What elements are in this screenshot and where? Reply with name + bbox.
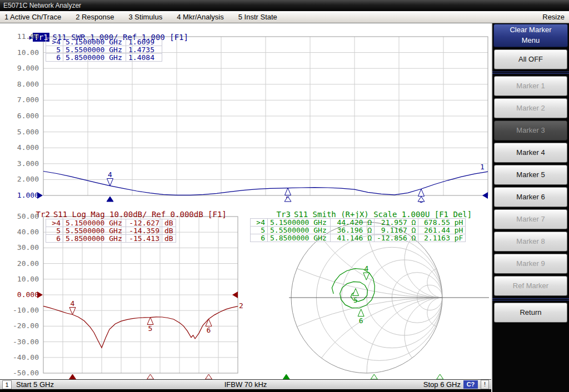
menu-bar: 1 Active Ch/Trace2 Response3 Stimulus4 M… <box>0 11 569 23</box>
tr3-label[interactable]: Tr3 <box>277 210 291 219</box>
softkey-menu-title-line2: Menu <box>494 35 567 46</box>
softkey-return[interactable]: Return <box>494 303 567 323</box>
marker-table-cell: 5.5500000 GHz <box>268 227 331 234</box>
menu-item-2-response[interactable]: 2 Response <box>76 13 114 21</box>
y-axis-tick: 3.000 <box>9 159 39 168</box>
marker-number-label: 4 <box>108 170 112 179</box>
marker-symbol <box>418 189 425 196</box>
y-axis-tick: 50.00 <box>9 212 39 220</box>
marker-table-cell: 5.1500000 GHz <box>63 219 126 227</box>
marker-table-cell: 1.4084 <box>126 54 162 62</box>
marker-table-cell: 36.196 Ω <box>331 227 375 234</box>
marker-table-cell: 21.957 Ω <box>375 219 418 227</box>
softkey-ref-marker[interactable]: Ref Marker <box>494 276 567 296</box>
menu-item-3-stimulus[interactable]: 3 Stimulus <box>129 13 163 21</box>
stimulus-marker <box>437 374 443 379</box>
marker-table-cell: 5.1500000 GHz <box>63 38 126 46</box>
marker-table-row: 65.8500000 GHz1.4084 <box>46 54 162 62</box>
marker-symbol <box>353 289 359 296</box>
marker-table-cell: 2.1163 pF <box>418 234 466 242</box>
marker-table-cell: dB <box>162 227 176 235</box>
marker-table-row: 55.5500000 GHz1.4735 <box>46 46 162 54</box>
y-axis-tick: 5.000 <box>9 128 39 136</box>
marker-table-cell: 6 <box>251 234 268 242</box>
softkey-marker-6[interactable]: Marker 6 <box>494 187 567 207</box>
marker-symbol <box>147 317 153 324</box>
y-axis-tick: 30.00 <box>9 243 39 252</box>
marker-table-row: >45.1500000 GHz1.6099 <box>46 38 162 46</box>
y-axis-tick: 8.000 <box>9 80 39 88</box>
marker-table-cell: 5.8500000 GHz <box>268 234 331 242</box>
tr3-marker-table: >45.1500000 GHz44.420 Ω21.957 Ω678.55 pH… <box>250 218 466 242</box>
marker-table-cell: -14.359 <box>126 227 162 235</box>
smith-reactance-arc <box>367 298 491 379</box>
tr3-header-text: S11 Smith (R+jX) Scale 1.000U [F1 Del] <box>294 210 472 219</box>
softkey-all-off[interactable]: All OFF <box>494 49 567 69</box>
marker-table-cell: -12.627 <box>126 219 162 227</box>
softkey-marker-5[interactable]: Marker 5 <box>494 165 567 185</box>
smith-reactance-arc <box>291 298 491 379</box>
y-axis-tick: 0.000 <box>9 290 39 299</box>
status-right-group: Stop 6 GHz C? ! <box>423 380 489 389</box>
window-titlebar: E5071C Network Analyzer <box>0 0 569 11</box>
marker-table-cell: dB <box>162 235 176 243</box>
stimulus-marker-active <box>283 374 290 379</box>
marker-table-cell: -15.413 <box>126 235 162 243</box>
marker-table-cell: 6 <box>46 54 63 62</box>
stimulus-marker <box>206 374 212 379</box>
softkey-marker-1[interactable]: Marker 1 <box>494 76 567 96</box>
marker-table-cell: 1.4735 <box>126 46 162 54</box>
softkey-buttons: All OFFMarker 1Marker 2Marker 3Marker 4M… <box>492 49 569 323</box>
marker-table-cell: 1.6099 <box>126 38 162 46</box>
softkey-menu-title-line1: Clear Marker <box>494 24 567 35</box>
tr2-header-text: S11 Log Mag 10.00dB/ Ref 0.000dB [F1] <box>53 210 227 219</box>
menu-item-4-mkr-analysis[interactable]: 4 Mkr/Analysis <box>177 13 224 21</box>
marker-table-row: 65.8500000 GHz-15.413dB <box>46 235 176 243</box>
marker-table-cell: 5.1500000 GHz <box>268 219 331 227</box>
menu-items: 1 Active Ch/Trace2 Response3 Stimulus4 M… <box>4 13 277 21</box>
y-axis-tick: 4.000 <box>9 143 39 152</box>
marker-symbol-active <box>107 179 113 186</box>
marker-table-row: 55.5500000 GHz-14.359dB <box>46 227 176 235</box>
softkey-marker-7[interactable]: Marker 7 <box>494 209 567 229</box>
menu-item-resize[interactable]: Resize <box>542 13 565 21</box>
marker-table-cell: 5.5500000 GHz <box>63 227 126 235</box>
y-axis-tick: 20.00 <box>9 259 39 268</box>
softkey-marker-3[interactable]: Marker 3 <box>494 120 567 140</box>
status-stop-frequency: Stop 6 GHz <box>423 380 461 389</box>
status-bar: 1 Start 5 GHz IFBW 70 kHz Stop 6 GHz C? … <box>0 379 491 389</box>
softkey-sidebar: Clear Marker Menu All OFFMarker 1Marker … <box>491 23 569 392</box>
ref-level-arrow-right <box>482 192 488 199</box>
softkey-separator <box>492 298 569 300</box>
marker-table-row: >45.1500000 GHz44.420 Ω21.957 Ω678.55 pH <box>251 219 466 227</box>
application-window: { "window": { "title": "E5071C Network A… <box>0 0 569 392</box>
y-axis-tick: -40.00 <box>9 353 39 361</box>
softkey-marker-2[interactable]: Marker 2 <box>494 98 567 118</box>
y-axis-tick: -50.00 <box>9 369 39 377</box>
softkey-marker-4[interactable]: Marker 4 <box>494 143 567 163</box>
softkey-menu-title: Clear Marker Menu <box>493 24 568 47</box>
menu-item-1-active-ch-trace[interactable]: 1 Active Ch/Trace <box>4 13 61 21</box>
marker-table-row: 55.5500000 GHz36.196 Ω9.1167 Ω261.44 pH <box>251 227 466 234</box>
smith-reactance-arc <box>291 23 491 298</box>
y-axis-tick: 11.00 <box>9 32 39 41</box>
marker-table-cell: 5.8500000 GHz <box>63 54 126 62</box>
marker-table-cell: 44.420 Ω <box>331 219 375 227</box>
menu-item-5-instr-state[interactable]: 5 Instr State <box>238 13 277 21</box>
stimulus-marker <box>371 374 377 379</box>
window-title: E5071C Network Analyzer <box>3 2 81 9</box>
softkey-marker-9[interactable]: Marker 9 <box>494 254 567 274</box>
y-axis-tick: 10.00 <box>9 48 39 57</box>
y-axis-tick: 1.000 <box>9 191 39 199</box>
marker-table-cell: 41.146 Ω <box>331 234 375 242</box>
marker-table-cell: -12.856 Ω <box>375 234 418 242</box>
y-axis-tick: 10.00 <box>9 275 39 283</box>
marker-symbol-active <box>363 273 370 280</box>
y-axis-tick: 9.000 <box>9 64 39 72</box>
softkey-marker-8[interactable]: Marker 8 <box>494 232 567 252</box>
smith-reactance-arc <box>405 298 480 373</box>
marker-table-cell: 9.1167 Ω <box>375 227 418 234</box>
marker-symbol <box>285 188 291 195</box>
correction-status-badge: C? <box>463 380 478 389</box>
tr2-marker-table: >45.1500000 GHz-12.627dB55.5500000 GHz-1… <box>46 219 176 243</box>
